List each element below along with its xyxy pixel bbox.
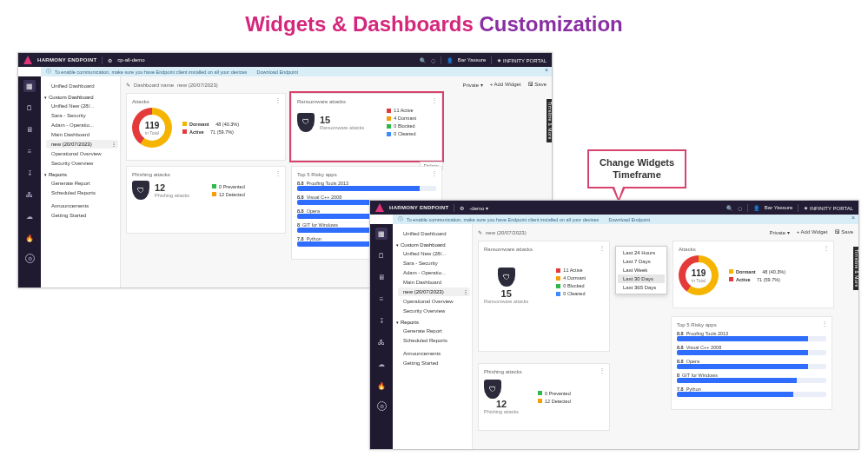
rail-global-icon[interactable]: ⚙ (377, 401, 387, 411)
privacy-toggle[interactable]: Private ▾ (769, 229, 789, 235)
sidebar-item-sara[interactable]: Sara - Security (46, 111, 118, 120)
edit-icon[interactable]: ✎ (478, 229, 482, 235)
timeframe-menu[interactable]: Last 24 Hours Last 7 Days Last Week Last… (615, 246, 667, 294)
sidebar-group-custom[interactable]: Custom Dashboard (401, 242, 446, 248)
shield-icon: 🛡 (498, 268, 515, 287)
add-widget-button[interactable]: + Add Widget (797, 229, 828, 235)
sidebar-group-reports[interactable]: Reports (49, 172, 67, 177)
sidebar-item-sara[interactable]: Sara - Security (398, 259, 470, 268)
sidebar-group-reports[interactable]: Reports (401, 320, 419, 325)
widget-risky-apps[interactable]: ⋮ Top 5 Risky apps 8.8Proofing Tools 201… (671, 316, 832, 410)
rail-logs-icon[interactable]: ≡ (375, 293, 388, 305)
timeframe-option[interactable]: Last 365 Days (618, 283, 665, 292)
rail-threat-icon[interactable]: 🔥 (375, 380, 388, 392)
kebab-icon[interactable]: ⋮ (431, 169, 438, 177)
rail-service-icon[interactable]: ☁ (23, 210, 36, 222)
widget-phishing[interactable]: ⋮ Phishing attacks 🛡 12 Phishing attacks… (478, 363, 610, 431)
sidebar-item-getting[interactable]: Getting Started (46, 211, 118, 220)
timeframe-option[interactable]: Last 7 Days (618, 257, 665, 266)
side-tab[interactable]: Timeline & More (853, 247, 858, 290)
sidebar-item-operational[interactable]: Operational Overview (46, 149, 118, 158)
sidebar-item-unified-new[interactable]: Unified New (28/... (398, 249, 470, 258)
rail-logs-icon[interactable]: ≡ (23, 145, 36, 157)
save-button[interactable]: 🖫 Save (528, 82, 547, 88)
sidebar-item-main-dash[interactable]: Main Dashboard (398, 278, 470, 287)
rail-threat-icon[interactable]: 🔥 (23, 232, 36, 244)
rail-overview-icon[interactable]: ▦ (375, 228, 388, 240)
portal-switch[interactable]: ✷ INFINITY PORTAL (497, 57, 547, 63)
kebab-icon[interactable]: ⋮ (275, 169, 282, 177)
side-tab[interactable]: Timeline & More (547, 99, 552, 142)
sidebar-item-scheduled[interactable]: Scheduled Reports (398, 336, 470, 345)
rail-endpoint-icon[interactable]: 🖧 (375, 336, 388, 348)
privacy-toggle[interactable]: Private ▾ (462, 82, 482, 88)
user-icon[interactable]: 👤 (753, 205, 759, 211)
sidebar-item-unified[interactable]: Unified Dashboard (398, 229, 470, 238)
sidebar-item-generate[interactable]: Generate Report (46, 179, 118, 188)
widget-attacks[interactable]: ⋮ Attacks 119in Total Dormant 48 (40.3%)… (673, 241, 834, 308)
sidebar-item-getting[interactable]: Getting Started (398, 359, 470, 367)
add-widget-button[interactable]: + Add Widget (490, 82, 521, 88)
download-link[interactable]: Download Endpoint (256, 69, 298, 75)
rail-policy-icon[interactable]: 🗒 (375, 249, 388, 261)
rail-service-icon[interactable]: ☁ (375, 358, 388, 370)
widget-phishing[interactable]: ⋮ Phishing attacks 🛡 12 Phishing attacks… (126, 166, 286, 234)
kebab-icon[interactable]: ⋮ (599, 367, 606, 374)
rail-policy-icon[interactable]: 🗒 (23, 102, 36, 114)
kebab-icon[interactable]: ⋮ (275, 96, 282, 104)
widget-ransomware[interactable]: ⋮ Ransomware attacks 🛡 15 Ransomware att… (291, 93, 442, 161)
download-link[interactable]: Download Endpoint (608, 217, 650, 222)
breadcrumb[interactable]: cp-all-demo (117, 57, 144, 63)
sidebar-item-announce[interactable]: Announcements (398, 349, 470, 358)
user-name[interactable]: Bar Yassure (458, 57, 486, 63)
kebab-icon[interactable]: ⋮ (823, 244, 830, 252)
sidebar-item-security-ov[interactable]: Security Overview (46, 159, 118, 168)
rail-asset-icon[interactable]: 🖥 (375, 271, 388, 283)
user-icon[interactable]: 👤 (447, 57, 453, 63)
sidebar-group-custom[interactable]: Custom Dashboard (49, 95, 94, 100)
shield-icon: 🛡 (484, 380, 501, 399)
kebab-icon[interactable]: ⋮ (431, 96, 438, 104)
search-icon[interactable]: 🔍 (726, 205, 732, 211)
rail-endpoint-icon[interactable]: 🖧 (23, 188, 36, 201)
sidebar-item-new-dash[interactable]: new (20/07/2023)⋮ (46, 140, 118, 149)
sidebar-item-adam[interactable]: Adam - Operatio... (398, 268, 470, 277)
sidebar-item-unified-new[interactable]: Unified New (28/... (46, 102, 118, 110)
sidebar-item-scheduled[interactable]: Scheduled Reports (46, 188, 118, 197)
save-button[interactable]: 🖫 Save (835, 229, 853, 235)
gear-icon[interactable]: ⚙ (460, 205, 464, 211)
widget-attacks[interactable]: ⋮ Attacks 119in Total Dormant 48 (40.3%)… (126, 93, 286, 161)
sidebar-item-operational[interactable]: Operational Overview (398, 297, 470, 306)
timeframe-option[interactable]: Last 30 Days (618, 274, 665, 283)
help-icon[interactable]: ◌ (431, 57, 435, 63)
edit-icon[interactable]: ✎ (126, 82, 130, 88)
sidebar-item-security-ov[interactable]: Security Overview (398, 307, 470, 315)
sidebar-item-announce[interactable]: Announcements (46, 202, 118, 210)
rail-overview-icon[interactable]: ▦ (23, 80, 36, 92)
widget-title: Phishing attacks (484, 369, 604, 374)
rail-push-icon[interactable]: ↧ (23, 167, 36, 179)
sidebar-item-adam[interactable]: Adam - Operatio... (46, 121, 118, 129)
timeframe-option[interactable]: Last 24 Hours (618, 248, 665, 257)
timeframe-option[interactable]: Last Week (618, 266, 665, 274)
sidebar-item-main-dash[interactable]: Main Dashboard (46, 130, 118, 139)
help-icon[interactable]: ◌ (738, 205, 742, 211)
user-name[interactable]: Bar Yassure (765, 205, 792, 210)
gear-icon[interactable]: ⚙ (108, 57, 112, 63)
rail-push-icon[interactable]: ↧ (375, 314, 388, 327)
kebab-icon[interactable]: ⋮ (463, 288, 468, 294)
close-icon[interactable]: × (851, 215, 855, 221)
sidebar-item-new-dash[interactable]: new (20/07/2023)⋮ (398, 287, 470, 296)
sidebar-item-generate[interactable]: Generate Report (398, 327, 470, 335)
rail-asset-icon[interactable]: 🖥 (23, 123, 36, 135)
kebab-icon[interactable]: ⋮ (111, 141, 116, 147)
widget-ransomware[interactable]: ⋮ Ransomware attacks 🛡 15 Ransomware att… (478, 241, 610, 352)
kebab-icon[interactable]: ⋮ (599, 244, 606, 252)
kebab-icon[interactable]: ⋮ (821, 320, 828, 327)
rail-global-icon[interactable]: ⚙ (25, 254, 35, 263)
search-icon[interactable]: 🔍 (420, 57, 426, 63)
portal-switch[interactable]: ✷ INFINITY PORTAL (804, 205, 853, 211)
close-icon[interactable]: × (545, 67, 548, 73)
sidebar-item-unified[interactable]: Unified Dashboard (46, 82, 118, 90)
info-icon: ⓘ (46, 69, 51, 75)
